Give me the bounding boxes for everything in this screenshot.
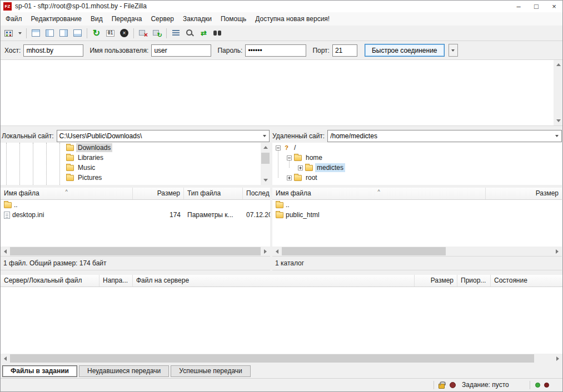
remote-tree-item-medictes[interactable]: medictes [272,163,562,173]
local-files-hscrollbar[interactable] [1,247,270,256]
message-log-scrollbar[interactable] [554,60,563,125]
local-tree-item-downloads[interactable]: Downloads [1,143,270,153]
menu-transfer[interactable]: Передача [107,13,147,25]
toggle-remote-tree-button[interactable] [57,27,70,39]
scroll-down-button[interactable] [554,116,563,125]
local-site-path-input[interactable] [57,132,261,140]
column-header-priority[interactable]: Приор... [457,275,491,287]
local-tree-item-libraries[interactable]: Libraries [1,153,270,163]
directory-comparison-button[interactable] [183,27,196,39]
disconnect-button[interactable]: × [137,27,150,39]
combo-dropdown-button[interactable] [260,130,269,142]
file-name-cell: desktop.ini [1,211,133,219]
expander-minus-icon[interactable] [287,155,292,160]
scrollbar-thumb[interactable] [261,153,270,164]
local-tree-item-music[interactable]: Music [1,163,270,173]
file-name-cell: .. [1,201,133,209]
menu-edit[interactable]: Редактирование [27,13,86,25]
remote-site-path-input[interactable] [328,132,552,140]
scroll-up-button[interactable] [261,143,270,152]
maximize-button[interactable]: □ [527,0,545,12]
scroll-right-button[interactable] [553,354,562,363]
folder-icon [276,202,283,208]
encryption-lock-icon[interactable] [439,384,445,389]
scroll-down-button[interactable] [261,175,270,185]
local-tree-item-pictures[interactable]: Pictures [1,173,270,183]
menu-bookmarks[interactable]: Закладки [178,13,216,25]
column-header-size[interactable]: Размер [415,275,457,287]
remote-tree-item-root[interactable]: root [272,173,562,183]
remote-files-hscrollbar[interactable] [272,247,562,256]
expander-plus-icon[interactable] [298,165,303,170]
filter-button[interactable] [170,27,182,39]
column-header-modified[interactable]: Послед [243,188,270,199]
column-header-size[interactable]: Размер [133,188,184,199]
column-header-name[interactable]: Имя файла ^ [272,188,486,199]
site-manager-dropdown[interactable] [16,27,23,39]
scrollbar-thumb[interactable] [10,247,261,255]
synchronized-browsing-button[interactable]: ⇄ [197,27,210,39]
remote-file-row-public-html[interactable]: public_html [272,210,562,220]
column-header-state[interactable]: Состояние [491,275,562,287]
reconnect-button[interactable]: ↻ [151,27,163,39]
refresh-button[interactable]: ↻ [90,27,103,39]
remote-site-row: Удаленный сайт: [272,129,562,142]
quickconnect-button[interactable]: Быстрое соединение [365,44,445,57]
column-header-remote-file[interactable]: Файл на сервере [133,275,415,287]
minimize-button[interactable]: – [510,0,527,12]
find-files-button[interactable] [211,27,224,39]
menu-view[interactable]: Вид [86,13,107,25]
column-header-type[interactable]: Тип файла [184,188,243,199]
username-input[interactable] [151,44,211,57]
folder-icon [305,165,313,171]
toggle-queue-button[interactable] [71,27,84,39]
remote-site-combobox[interactable] [327,130,562,142]
column-header-size[interactable]: Размер [486,188,562,199]
scrollbar-thumb[interactable] [282,247,446,255]
column-header-local-file[interactable]: Сервер/Локальный файл [1,275,99,287]
scroll-right-button[interactable] [261,247,270,256]
tab-queued-files[interactable]: Файлы в задании [2,365,77,377]
cancel-operation-button[interactable]: × [118,27,131,39]
combo-dropdown-button[interactable] [552,130,561,142]
expander-plus-icon[interactable] [287,175,292,180]
remote-file-row-up[interactable]: .. [272,200,562,210]
toggle-message-log-button[interactable] [29,27,42,39]
site-manager-button[interactable] [2,27,15,39]
local-site-combobox[interactable] [57,130,270,142]
speed-limit-icon[interactable] [450,382,456,388]
tab-successful-transfers[interactable]: Успешные передачи [171,365,251,377]
local-file-row-desktop-ini[interactable]: desktop.ini 174 Параметры к... 07.12.20 [1,210,270,220]
local-tree-scrollbar[interactable] [261,143,270,185]
remote-tree-item-root-slash[interactable]: ? / [272,143,562,153]
close-button[interactable]: × [545,0,563,12]
scroll-up-button[interactable] [554,60,563,69]
scrollbar-thumb[interactable] [10,354,534,363]
scroll-left-button[interactable] [1,354,10,363]
port-input[interactable] [332,44,357,57]
tab-failed-transfers[interactable]: Неудавшиеся передачи [79,365,169,377]
port-label: Порт: [312,47,330,54]
file-name: .. [286,201,290,209]
menu-help[interactable]: Помощь [216,13,251,25]
folder-icon [66,145,74,151]
column-header-direction[interactable]: Напра... [99,275,133,287]
host-input[interactable] [23,44,83,57]
remote-tree-item-home[interactable]: home [272,153,562,163]
triangle-left-icon [276,249,278,254]
menu-file[interactable]: Файл [1,13,27,25]
local-file-row-up[interactable]: .. [1,200,270,210]
scroll-left-button[interactable] [1,247,10,256]
menu-new-version[interactable]: Доступна новая версия! [251,13,334,25]
toggle-local-tree-button[interactable] [43,27,56,39]
expander-minus-icon[interactable] [276,145,281,150]
password-input[interactable] [245,44,306,57]
toggle-queue-processing-button[interactable]: 01 [104,27,117,39]
host-label: Хост: [4,47,21,54]
queue-hscrollbar[interactable] [1,354,562,363]
column-header-name[interactable]: Имя файла ^ [1,188,133,199]
menu-server[interactable]: Сервер [146,13,178,25]
scroll-right-button[interactable] [552,247,562,256]
quickconnect-dropdown-button[interactable] [449,44,458,57]
scroll-left-button[interactable] [272,247,282,256]
